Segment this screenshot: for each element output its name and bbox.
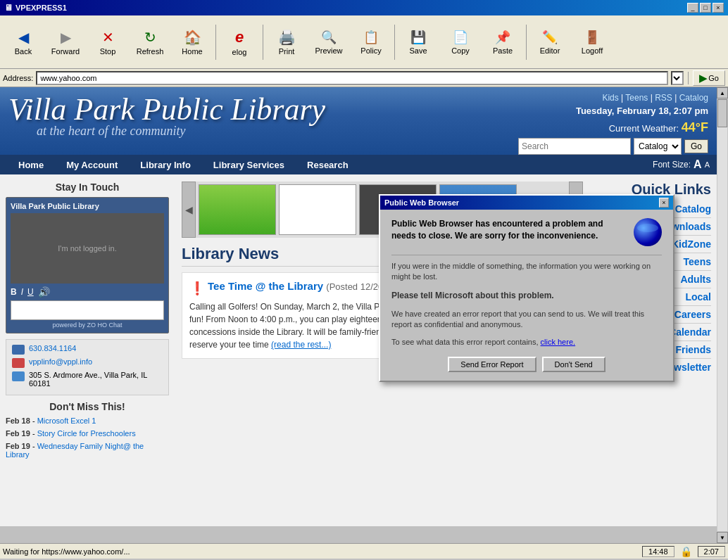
refresh-button[interactable]: ↻ Refresh xyxy=(130,18,170,66)
event-link-1[interactable]: Microsoft Excel 1 xyxy=(37,416,96,425)
phone-link[interactable]: 630.834.1164 xyxy=(29,344,76,352)
chat-volume-button[interactable]: 🔊 xyxy=(38,286,50,298)
nav-my-account[interactable]: My Account xyxy=(55,155,129,174)
minimize-button[interactable]: _ xyxy=(687,3,698,13)
logoff-icon: 🚪 xyxy=(584,30,600,45)
nav-home[interactable]: Home xyxy=(7,155,55,174)
event-link-2[interactable]: Story Circle for Preschoolers xyxy=(37,429,136,438)
forward-icon: ▶ xyxy=(61,29,71,46)
header-links: Kids | Teens | RSS | Catalog xyxy=(518,93,708,103)
dialog-header-row: Public Web Browser has encountered a pro… xyxy=(391,218,662,246)
rss-link[interactable]: RSS xyxy=(655,93,672,103)
quick-link-teens-link[interactable]: Teens xyxy=(684,256,711,267)
quick-link-adults-link[interactable]: Adults xyxy=(680,274,711,285)
dialog-body: Public Web Browser has encountered a pro… xyxy=(380,210,673,381)
back-button[interactable]: ◀ Back xyxy=(3,18,44,66)
kids-link[interactable]: Kids xyxy=(602,93,618,103)
scroll-up-button[interactable]: ▲ xyxy=(717,87,728,98)
send-error-report-button[interactable]: Send Error Report xyxy=(448,357,536,372)
library-header-right: Kids | Teens | RSS | Catalog Tuesday, Fe… xyxy=(518,93,708,155)
paste-button[interactable]: 📌 Paste xyxy=(482,18,523,66)
stop-button[interactable]: ✕ Stop xyxy=(87,18,128,66)
nav-library-info[interactable]: Library Info xyxy=(129,155,202,174)
dont-miss-section: Don't Miss This! Feb 18 - Microsoft Exce… xyxy=(6,401,169,459)
maximize-button[interactable]: □ xyxy=(700,3,711,13)
policy-icon: 📋 xyxy=(363,30,379,45)
status-time-1: 14:48 xyxy=(642,546,674,557)
read-more-link[interactable]: (read the rest...) xyxy=(271,340,331,350)
quick-link-calendar-link[interactable]: Calendar xyxy=(669,326,711,338)
quick-link-kidzone-link[interactable]: KidZone xyxy=(672,238,711,250)
address-label: Address: xyxy=(3,74,33,82)
logoff-button[interactable]: 🚪 Logoff xyxy=(572,18,613,66)
catalog-link[interactable]: Catalog xyxy=(679,93,708,103)
chat-italic-button[interactable]: I xyxy=(21,287,23,297)
contact-email: vpplinfo@vppl.info xyxy=(12,357,163,368)
email-link[interactable]: vpplinfo@vppl.info xyxy=(29,357,92,366)
font-decrease-button[interactable]: A xyxy=(705,160,710,169)
teens-link[interactable]: Teens xyxy=(625,93,648,103)
forward-button[interactable]: ▶ Forward xyxy=(45,18,86,66)
dialog-globe-icon xyxy=(634,218,662,246)
chat-input[interactable] xyxy=(11,300,164,320)
search-row: Catalog Go xyxy=(518,138,708,155)
search-type-dropdown[interactable]: Catalog xyxy=(634,138,682,155)
save-icon: 💾 xyxy=(410,30,426,45)
toolbar-separator-3 xyxy=(394,25,395,60)
chat-underline-button[interactable]: U xyxy=(27,287,34,297)
go-button[interactable]: ▶ Go xyxy=(693,70,725,86)
window-controls: _ □ × xyxy=(687,3,724,13)
carousel-prev-button[interactable]: ◀ xyxy=(182,182,196,238)
scroll-track[interactable] xyxy=(717,99,727,531)
main-scrollbar[interactable]: ▲ ▼ xyxy=(717,87,728,543)
paste-icon: 📌 xyxy=(495,30,510,45)
search-input[interactable] xyxy=(518,138,631,155)
home-button[interactable]: 🏠 Home xyxy=(172,18,213,66)
weather-display: Current Weather: 44°F xyxy=(518,120,708,135)
chat-widget: Villa Park Public Library I'm not logged… xyxy=(6,197,169,333)
news-title-link[interactable]: Tee Time @ the Library xyxy=(208,280,323,292)
chat-bold-button[interactable]: B xyxy=(11,287,17,297)
elog-icon: e xyxy=(235,28,244,46)
print-icon: 🖨️ xyxy=(278,29,296,46)
nav-library-services[interactable]: Library Services xyxy=(202,155,296,174)
elog-button[interactable]: e elog xyxy=(219,18,260,66)
quick-link-friends-link[interactable]: Friends xyxy=(675,344,711,355)
library-title-area: Villa Park Public Library at the heart o… xyxy=(8,93,518,139)
nav-links: Home My Account Library Info Library Ser… xyxy=(7,155,360,174)
address-dropdown[interactable]: ▼ xyxy=(671,71,684,85)
editor-button[interactable]: ✏️ Editor xyxy=(529,18,570,66)
font-increase-button[interactable]: A xyxy=(694,158,702,171)
dialog-buttons: Send Error Report Don't Send xyxy=(391,357,662,372)
click-here-link[interactable]: click here. xyxy=(541,338,576,346)
library-header: Villa Park Public Library at the heart o… xyxy=(0,87,717,155)
scroll-thumb[interactable] xyxy=(717,99,727,127)
print-button[interactable]: 🖨️ Print xyxy=(266,18,307,66)
dialog-body2: We have created an error report that you… xyxy=(391,309,662,331)
event-item-1: Feb 18 - Microsoft Excel 1 xyxy=(6,416,169,425)
event-item-2: Feb 19 - Story Circle for Preschoolers xyxy=(6,429,169,438)
status-bar: Waiting for https://www.yahoo.com/... 14… xyxy=(0,543,728,559)
address-input[interactable] xyxy=(36,71,668,85)
nav-research[interactable]: Research xyxy=(296,155,360,174)
status-right: 14:48 🔒 2:07 xyxy=(642,546,725,557)
editor-icon: ✏️ xyxy=(542,30,558,45)
policy-button[interactable]: 📋 Policy xyxy=(351,18,391,66)
status-time-2: 2:07 xyxy=(698,546,725,557)
preview-button[interactable]: 🔍 Preview xyxy=(308,18,349,66)
carousel-image-2 xyxy=(279,184,356,235)
preview-icon: 🔍 xyxy=(321,30,337,45)
copy-button[interactable]: 📄 Copy xyxy=(440,18,481,66)
refresh-icon: ↻ xyxy=(144,29,156,46)
contact-address: 305 S. Ardmore Ave., Villa Park, IL 6018… xyxy=(12,371,163,388)
search-go-button[interactable]: Go xyxy=(684,139,708,153)
dont-miss-title: Don't Miss This! xyxy=(6,401,169,412)
quick-link-local-link[interactable]: Local xyxy=(685,291,711,303)
scroll-down-button[interactable]: ▼ xyxy=(717,532,728,543)
save-button[interactable]: 💾 Save xyxy=(398,18,439,66)
close-button[interactable]: × xyxy=(713,3,724,13)
dialog-close-button[interactable]: × xyxy=(659,198,669,208)
chat-powered-by: powered by ZO HO Chat xyxy=(11,322,164,329)
dont-send-button[interactable]: Don't Send xyxy=(542,357,605,372)
address-bar: Address: ▼ ▶ Go xyxy=(0,69,728,87)
